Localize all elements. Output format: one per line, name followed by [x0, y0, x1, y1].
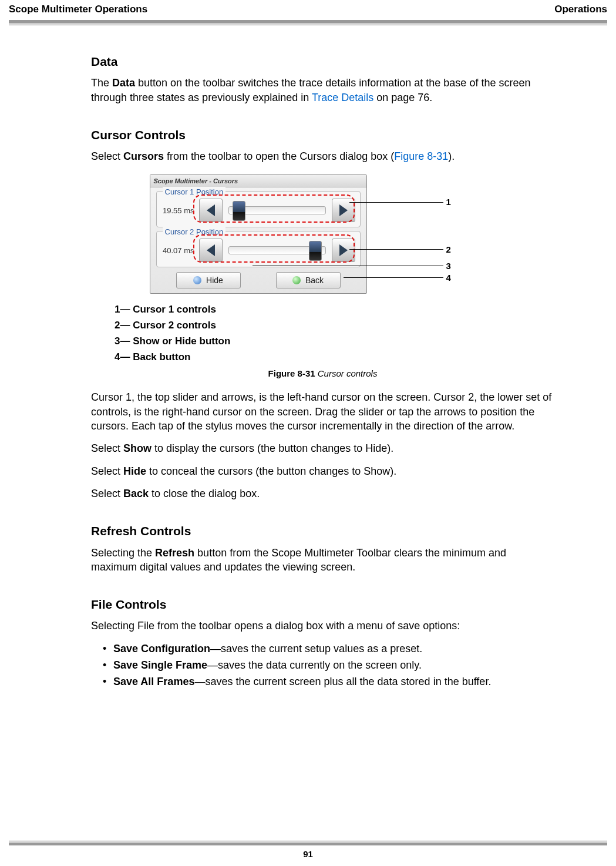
- page-number: 91: [9, 849, 607, 859]
- file-option-1: Save Configuration—saves the current set…: [103, 642, 554, 656]
- header-rule-thin: [9, 25, 607, 25]
- legend-item-1: 1— Cursor 1 controls: [115, 303, 554, 317]
- back-paragraph: Select Back to close the dialog box.: [91, 486, 554, 501]
- page-footer: 91: [9, 841, 607, 859]
- trace-details-link[interactable]: Trace Details: [312, 92, 373, 103]
- cursor2-slider[interactable]: [228, 246, 326, 254]
- figure-ref-link[interactable]: Figure 8-31: [394, 150, 448, 162]
- header-left: Scope Multimeter Operations: [9, 4, 147, 15]
- cursor1-group: Cursor 1 Position 19.55 ms: [156, 191, 361, 227]
- cursor2-group: Cursor 2 Position 40.07 ms: [156, 231, 361, 267]
- callout-label-1: 1: [446, 196, 451, 208]
- file-option-2: Save Single Frame—saves the data current…: [103, 658, 554, 672]
- cursor2-legend: Cursor 2 Position: [163, 227, 226, 237]
- hide-button[interactable]: Hide: [176, 272, 241, 288]
- cursor1-slider[interactable]: [228, 206, 326, 214]
- back-icon: [292, 276, 301, 284]
- file-heading: File Controls: [91, 596, 554, 613]
- back-button[interactable]: Back: [276, 272, 341, 288]
- chevron-right-icon: [339, 204, 348, 216]
- file-options-list: Save Configuration—saves the current set…: [91, 642, 554, 689]
- figure-caption: Figure 8-31 Cursor controls: [91, 368, 554, 380]
- callout-label-4: 4: [446, 272, 451, 284]
- hide-button-label: Hide: [206, 275, 223, 286]
- dialog-titlebar: Scope Multimeter - Cursors: [150, 175, 366, 188]
- cursor2-thumb[interactable]: [309, 241, 322, 261]
- leader-2: [349, 249, 443, 250]
- cursors-dialog: Scope Multimeter - Cursors Cursor 1 Posi…: [150, 174, 367, 294]
- leader-4: [344, 277, 443, 278]
- cursor1-left-button[interactable]: [199, 199, 223, 222]
- chevron-left-icon: [207, 204, 215, 216]
- footer-rule-thick: [9, 842, 607, 845]
- file-option-3: Save All Frames—saves the current screen…: [103, 674, 554, 689]
- cursor1-readout: 19.55 ms: [161, 206, 196, 216]
- data-heading: Data: [91, 53, 554, 70]
- footer-rule-thin: [9, 841, 607, 841]
- leader-3: [253, 266, 443, 266]
- hide-paragraph: Select Hide to conceal the cursors (the …: [91, 464, 554, 478]
- cursor2-right-button[interactable]: [332, 239, 355, 262]
- cursor-description: Cursor 1, the top slider and arrows, is …: [91, 390, 554, 433]
- data-paragraph: The Data button on the toolbar switches …: [91, 76, 554, 105]
- back-button-label: Back: [305, 275, 324, 286]
- cursor1-thumb[interactable]: [233, 201, 245, 221]
- header-rule-thick: [9, 20, 607, 24]
- refresh-paragraph: Selecting the Refresh button from the Sc…: [91, 546, 554, 575]
- file-intro: Selecting File from the toolbar opens a …: [91, 619, 554, 633]
- cursor-intro: Select Cursors from the toolbar to open …: [91, 149, 554, 163]
- callout-label-2: 2: [446, 244, 451, 256]
- refresh-heading: Refresh Controls: [91, 523, 554, 539]
- leader-1: [349, 202, 443, 203]
- cursor-figure: Scope Multimeter - Cursors Cursor 1 Posi…: [150, 174, 496, 294]
- legend-item-3: 3— Show or Hide button: [115, 335, 554, 348]
- header-right: Operations: [554, 4, 607, 15]
- callout-label-3: 3: [446, 260, 451, 272]
- cursor2-readout: 40.07 ms: [161, 246, 196, 256]
- chevron-left-icon: [207, 244, 215, 256]
- cursor2-left-button[interactable]: [199, 239, 223, 262]
- cursor-controls-heading: Cursor Controls: [91, 127, 554, 143]
- cursor1-legend: Cursor 1 Position: [163, 187, 226, 197]
- legend-item-4: 4— Back button: [115, 351, 554, 364]
- hide-icon: [193, 276, 201, 284]
- chevron-right-icon: [339, 244, 348, 256]
- figure-legend: 1— Cursor 1 controls 2— Cursor 2 control…: [115, 303, 554, 364]
- show-paragraph: Select Show to display the cursors (the …: [91, 441, 554, 455]
- legend-item-2: 2— Cursor 2 controls: [115, 319, 554, 333]
